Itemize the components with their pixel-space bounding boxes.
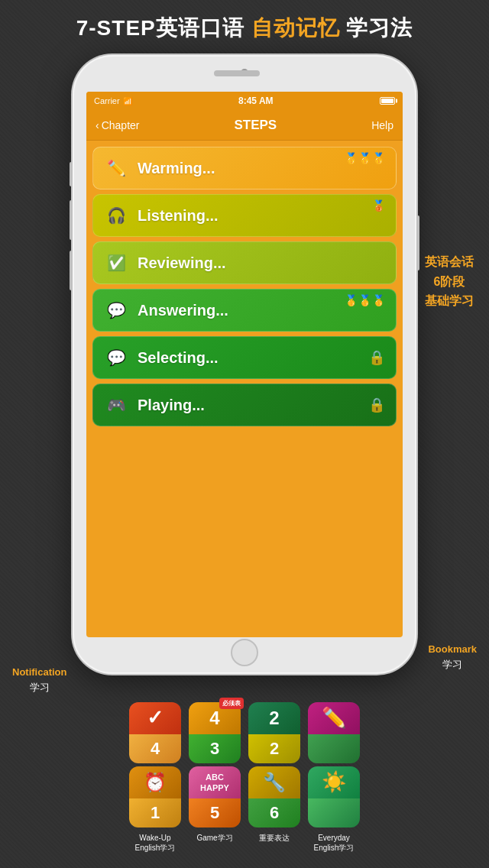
title-main: 7-STEP英语口语 <box>76 16 244 40</box>
playing-lock-icon: 🔒 <box>368 397 385 413</box>
step-listening[interactable]: 🎧 Listening... 🥉 <box>92 194 397 237</box>
page-title: 7-STEP英语口语 自动记忆 学习法 <box>0 14 489 43</box>
warming-label: Warming... <box>138 160 215 177</box>
phone-mute-btn <box>70 162 73 186</box>
game-label: Game学习 <box>196 833 232 843</box>
reviewing-label: Reviewing... <box>138 254 226 272</box>
step-warming[interactable]: ✏️ Warming... 🥇🥇🥇 <box>92 147 397 189</box>
must-badge: 必须表 <box>219 698 244 709</box>
listening-label: Listening... <box>138 207 219 225</box>
wakeup-label: Wake-UpEnglish学习 <box>135 833 176 853</box>
notification-annotation: Notification 学习 <box>12 665 67 695</box>
title-highlight: 自动记忆 <box>251 16 340 40</box>
app-expressions[interactable]: 🔧 6 重要表达 <box>248 766 300 843</box>
reviewing-icon: ✅ <box>104 251 128 275</box>
bookmark-label: Bookmark <box>428 642 477 657</box>
phone-frame: Carrier 📶 8:45 AM ‹ Chapter STEPS Help ✏… <box>73 55 416 674</box>
everyday-label: EverydayEnglish学习 <box>314 833 355 853</box>
notification-label: Notification <box>12 665 67 680</box>
warming-badges: 🥇🥇🥇 <box>345 152 385 164</box>
listening-badges: 🥉 <box>372 199 385 212</box>
wifi-icon: 📶 <box>123 97 132 105</box>
notification-sub: 学习 <box>12 680 67 695</box>
app-2[interactable]: 2 2 <box>248 702 300 763</box>
bookmark-sub: 学习 <box>428 657 477 672</box>
step-reviewing[interactable]: ✅ Reviewing... <box>92 241 397 284</box>
warming-icon: ✏️ <box>104 156 128 180</box>
nav-title: STEPS <box>234 118 277 133</box>
time-display: 8:45 AM <box>238 96 274 106</box>
apps-row-1: ✓ 4 必须表 4 3 2 2 <box>0 702 489 763</box>
bottom-apps-area: ✓ 4 必须表 4 3 2 2 <box>0 702 489 853</box>
listening-icon: 🎧 <box>104 203 128 228</box>
answering-badges: 🥇🥇🥇 <box>345 294 385 306</box>
playing-label: Playing... <box>138 397 205 414</box>
app-3[interactable]: 必须表 4 3 <box>189 702 241 763</box>
expressions-label: 重要表达 <box>259 833 290 843</box>
selecting-icon: 💬 <box>104 345 128 370</box>
apps-row-2: ⏰ 1 Wake-UpEnglish学习 ABCHAPPY 5 Game学习 🔧 <box>0 766 489 853</box>
right-annotation: 英语会话 6阶段 基础学习 <box>425 252 474 311</box>
playing-icon: 🎮 <box>104 393 128 417</box>
step-selecting[interactable]: 💬 Selecting... 🔒 <box>92 336 397 379</box>
phone-screen: Carrier 📶 8:45 AM ‹ Chapter STEPS Help ✏… <box>86 92 403 637</box>
help-button[interactable]: Help <box>371 119 393 131</box>
phone-power-btn <box>416 215 419 270</box>
selecting-label: Selecting... <box>138 349 219 367</box>
app-everyday[interactable]: ☀️ EverydayEnglish学习 <box>308 766 360 853</box>
app-checkmark[interactable]: ✓ 4 <box>129 702 181 763</box>
nav-bar: ‹ Chapter STEPS Help <box>86 110 403 141</box>
app-wakeup[interactable]: ⏰ 1 Wake-UpEnglish学习 <box>129 766 181 853</box>
answering-icon: 💬 <box>104 298 128 322</box>
phone-speaker <box>214 70 260 76</box>
phone-vol-up-btn <box>70 200 73 240</box>
annotation-line1: 英语会话 <box>425 252 474 272</box>
app-bookmark[interactable]: ✏️ <box>308 702 360 763</box>
carrier-label: Carrier <box>94 96 120 105</box>
status-bar: Carrier 📶 8:45 AM <box>86 92 403 110</box>
annotation-line2: 6阶段 <box>425 272 474 292</box>
back-chevron-icon: ‹ <box>96 119 99 131</box>
back-button[interactable]: ‹ Chapter <box>96 119 139 131</box>
answering-label: Answering... <box>138 302 228 319</box>
app-game[interactable]: ABCHAPPY 5 Game学习 <box>189 766 241 843</box>
bookmark-annotation: Bookmark 学习 <box>428 642 477 672</box>
steps-list: ✏️ Warming... 🥇🥇🥇 🎧 Listening... 🥉 ✅ Rev… <box>86 141 403 432</box>
step-playing[interactable]: 🎮 Playing... 🔒 <box>92 384 397 426</box>
phone-vol-down-btn <box>70 251 73 290</box>
phone-home-button[interactable] <box>231 639 258 666</box>
selecting-lock-icon: 🔒 <box>368 349 385 366</box>
step-answering[interactable]: 💬 Answering... 🥇🥇🥇 <box>92 289 397 332</box>
title-suffix: 学习法 <box>346 16 413 40</box>
back-label: Chapter <box>102 119 140 131</box>
annotation-line3: 基础学习 <box>425 291 474 311</box>
battery-indicator <box>380 97 395 105</box>
